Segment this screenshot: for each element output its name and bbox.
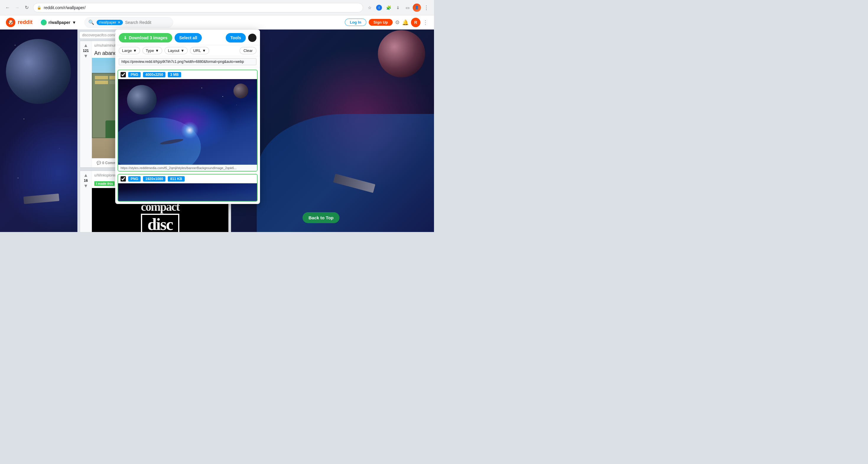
header-right: Log In Sign Up ⚙ 🔔 R ⋮ [345,18,428,27]
right-planet [378,30,425,77]
reddit-header: 🐶 reddit r/wallpaper ▼ 🔍 r/wallpaper ✕ L… [0,15,434,30]
search-tag-close[interactable]: ✕ [118,20,121,25]
download-images-button[interactable]: ⇓ Download 3 images [119,33,172,42]
download-icon: ⇓ [123,35,127,40]
search-input[interactable] [125,20,177,25]
image-1-format-badge: PNG [128,72,141,77]
menu-button[interactable]: ⋮ [422,4,430,12]
more-options-icon[interactable]: ⋮ [423,19,428,26]
size-filter-button[interactable]: Large ▼ [119,47,140,54]
reload-button[interactable]: ↻ [23,4,31,12]
bookmark-star-button[interactable]: ☆ [366,4,374,12]
back-to-top-button[interactable]: Back to Top [303,212,339,223]
search-tag-text: r/wallpaper [99,20,116,25]
main-content: 🐶 reddit r/wallpaper ▼ 🔍 r/wallpaper ✕ L… [0,15,434,232]
type-chevron-icon: ▼ [155,48,159,53]
image-2-checkbox[interactable] [121,176,126,181]
image-card-1: PNG 4000x2250 3 MB [118,70,258,171]
space-surface [257,114,434,232]
chevron-down-icon: ▼ [72,20,76,25]
clear-label: Clear [243,48,253,53]
upvote-button-2[interactable]: ▲ [83,172,89,178]
vote-count-2: 16 [84,178,88,183]
light-source [181,121,198,139]
subreddit-icon [41,20,47,25]
layout-filter-label: Layout [168,48,179,53]
gear-icon[interactable]: ⚙ [395,19,400,26]
profile-icon[interactable]: 👤 [413,4,421,12]
select-all-button[interactable]: Select all [175,33,202,42]
star [15,45,16,45]
sign-up-button[interactable]: Sign Up [369,19,393,26]
subreddit-name: r/wallpaper [49,20,70,25]
reddit-wordmark: reddit [18,19,32,25]
log-in-button[interactable]: Log In [345,19,366,26]
download-arrow-button[interactable]: ⇓ [394,4,402,12]
url-bar [115,56,260,67]
size-filter-label: Large [122,48,132,53]
reddit-logo: 🐶 reddit [6,18,32,27]
image-1-checkbox[interactable] [121,72,126,77]
image-card-2-header: PNG 1920x1080 811 KB [118,174,257,183]
url-chevron-icon: ▼ [202,48,206,53]
window [95,76,108,79]
image-card-2: PNG 1920x1080 811 KB [118,174,258,202]
dark-circle-icon[interactable] [248,34,256,42]
size-chevron-icon: ▼ [133,48,137,53]
image-1-dimensions-badge: 4000x2250 [143,72,165,77]
star-3 [236,105,237,105]
image-1-filesize-badge: 3 MB [168,72,181,77]
comment-icon-1: 💬 [97,161,101,165]
security-icon: 🔒 [37,6,41,10]
made-this-badge: I made this [94,181,115,186]
reddit-snoo-icon: 🐶 [6,18,16,27]
post-author-2: u/Winksplorer [94,173,116,177]
downvote-button-1[interactable]: ▼ [83,53,89,59]
back-button[interactable]: ← [4,4,12,12]
cd-books-text: compact disc [141,200,179,232]
image-2-preview [118,183,257,201]
search-tag[interactable]: r/wallpaper ✕ [97,20,123,25]
image-1-url-text: https://styles.redditmedia.com/t5_2qmjl/… [121,166,255,170]
overlay-panel: ⇓ Download 3 images Select all Tools Lar… [115,30,260,204]
vote-column-1: ▲ 121 ▼ [80,41,92,167]
search-icon: 🔍 [88,20,94,25]
vote-count-1: 121 [83,49,89,53]
extension-puzzle-button[interactable]: 🧩 [384,4,393,12]
tools-button[interactable]: Tools [226,33,246,42]
download-status-button[interactable]: ⇓ [375,4,383,12]
filter-row: Large ▼ Type ▼ Layout ▼ URL ▼ Clear [115,45,260,56]
star-1 [202,88,202,88]
space-preview [118,79,257,165]
address-bar[interactable]: 🔒 reddit.com/r/wallpaper/ [33,3,363,12]
layout-chevron-icon: ▼ [181,48,184,53]
user-avatar[interactable]: R [411,18,421,27]
clear-button[interactable]: Clear [240,47,256,54]
downvote-button-2[interactable]: ▼ [83,183,89,189]
type-filter-button[interactable]: Type ▼ [143,47,162,54]
nav-buttons: ← → ↻ [4,4,31,12]
select-all-label: Select all [179,35,197,40]
search-bar[interactable]: 🔍 r/wallpaper ✕ [85,17,173,28]
upvote-button-1[interactable]: ▲ [83,42,89,49]
left-planet [6,39,71,104]
vote-column-2: ▲ 16 ▼ [80,171,92,232]
panel-toolbar: ⇓ Download 3 images Select all Tools [115,30,260,45]
subreddit-selector[interactable]: r/wallpaper ▼ [37,18,80,27]
notification-icon[interactable]: 🔔 [402,19,409,26]
disc-text: disc [141,214,179,232]
reddit-header-wrapper: 🐶 reddit r/wallpaper ▼ 🔍 r/wallpaper ✕ L… [0,15,434,30]
download-label: Download 3 images [129,35,167,40]
image-2-bg [118,183,257,201]
tools-label: Tools [230,35,241,40]
sidebar-button[interactable]: ▭ [403,4,411,12]
image-1-preview [118,79,257,165]
image-2-format-badge: PNG [128,176,141,181]
url-text: reddit.com/r/wallpaper/ [44,5,359,10]
layout-filter-button[interactable]: Layout ▼ [164,47,188,54]
image-1-url-bar: https://styles.redditmedia.com/t5_2qmjl/… [118,165,257,171]
image-2-fade [118,189,257,201]
url-input[interactable] [119,58,256,65]
url-filter-button[interactable]: URL ▼ [190,47,209,54]
forward-button[interactable]: → [13,4,21,12]
